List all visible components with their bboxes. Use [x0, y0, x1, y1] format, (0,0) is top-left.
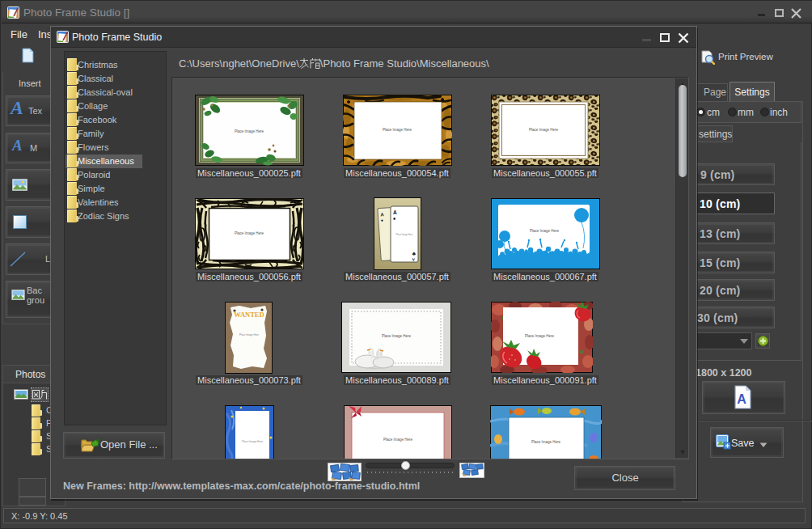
svg-text:Place Image Here: Place Image Here [382, 334, 412, 338]
svg-text:Place Image Here: Place Image Here [239, 333, 259, 336]
svg-text:Place Image Here: Place Image Here [531, 440, 561, 444]
svg-text:Place Image Here: Place Image Here [235, 129, 264, 133]
svg-text:Place Image Here: Place Image Here [396, 233, 413, 236]
svg-text:Place Image Here: Place Image Here [235, 231, 264, 235]
svg-text:A: A [737, 392, 746, 406]
svg-text:A: A [393, 209, 397, 215]
svg-text:Place Image Here: Place Image Here [529, 128, 559, 132]
svg-text:♣: ♣ [412, 251, 416, 256]
svg-text:♥: ♥ [381, 218, 383, 222]
svg-text:WANTED: WANTED [234, 311, 264, 319]
svg-text:Place Image Here: Place Image Here [383, 438, 413, 442]
svg-text:Place Image Here: Place Image Here [530, 229, 560, 233]
svg-text:Place Image Here: Place Image Here [242, 440, 263, 443]
svg-text:Place Image Here: Place Image Here [383, 128, 412, 132]
svg-text:Ɐ: Ɐ [412, 257, 416, 262]
svg-text:Place Image Here: Place Image Here [525, 334, 555, 338]
